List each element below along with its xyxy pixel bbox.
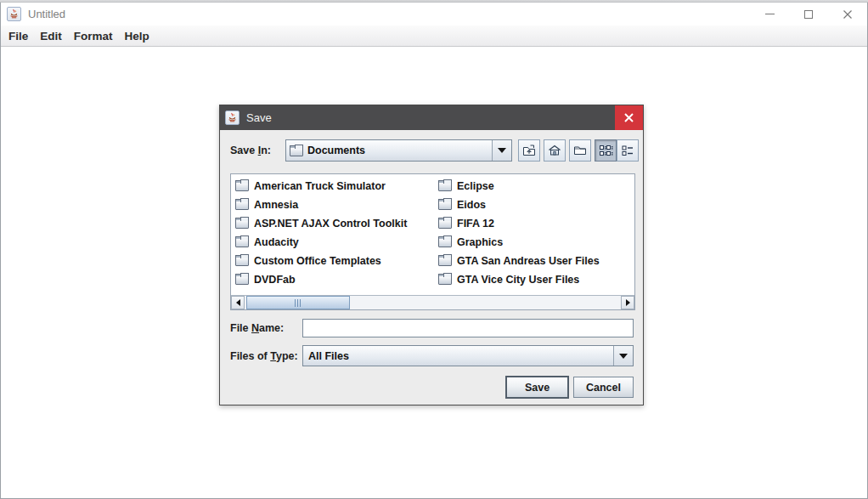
file-item[interactable]: FIFA 12 [437, 214, 600, 233]
chooser-toolbar [518, 139, 639, 162]
folder-icon [235, 238, 249, 247]
maximize-button[interactable] [789, 3, 828, 26]
scroll-right-button[interactable] [621, 296, 634, 309]
window-controls [750, 3, 867, 26]
home-icon [547, 143, 562, 158]
maximize-icon [804, 10, 813, 19]
dialog-titlebar[interactable]: Save [220, 105, 643, 130]
files-of-type-label: Files of Type: [230, 350, 302, 362]
scrollbar-track[interactable] [245, 296, 621, 309]
details-view-icon [620, 143, 635, 158]
files-of-type-dropdown-button[interactable] [613, 346, 633, 366]
menu-help[interactable]: Help [125, 30, 149, 43]
file-item[interactable]: American Truck Simulator [234, 177, 407, 196]
file-item[interactable]: GTA Vice City User Files [437, 270, 600, 289]
menu-format[interactable]: Format [74, 30, 113, 43]
new-folder-icon [572, 143, 588, 158]
chevron-down-icon [619, 354, 628, 359]
minimize-icon [765, 14, 775, 14]
up-one-level-button[interactable] [518, 139, 540, 162]
folder-icon [438, 182, 452, 191]
list-view-button[interactable] [595, 139, 617, 162]
folder-icon [235, 275, 249, 285]
list-view-icon [598, 143, 613, 158]
triangle-right-icon [626, 299, 630, 306]
folder-icon [438, 257, 452, 266]
folder-icon [235, 219, 249, 229]
folder-icon [235, 257, 249, 266]
folder-icon [438, 219, 452, 229]
screen: Untitled File Edit Format Help [0, 0, 868, 499]
window-title: Untitled [28, 8, 65, 20]
save-in-dropdown-button[interactable] [492, 140, 511, 161]
chevron-down-icon [498, 148, 506, 153]
scroll-left-button[interactable] [231, 296, 245, 309]
save-dialog: Save Save In: Documents [219, 105, 644, 405]
file-list-column-1: American Truck Simulator Amnesia ASP.NET… [234, 177, 407, 289]
java-dialog-icon [225, 111, 240, 125]
folder-icon [290, 147, 303, 156]
menu-file[interactable]: File [8, 30, 28, 43]
details-view-button[interactable] [617, 139, 639, 162]
home-button[interactable] [544, 139, 566, 162]
folder-icon [235, 201, 249, 210]
new-folder-button[interactable] [569, 139, 591, 162]
save-button[interactable]: Save [506, 377, 568, 398]
menubar: File Edit Format Help [1, 26, 867, 47]
close-icon [843, 9, 853, 20]
file-item[interactable]: DVDFab [234, 270, 407, 289]
file-item[interactable]: Audacity [234, 233, 407, 252]
triangle-left-icon [236, 299, 240, 306]
file-item[interactable]: Graphics [437, 233, 600, 252]
up-folder-icon [521, 143, 537, 158]
close-button[interactable] [828, 3, 867, 26]
java-app-icon [7, 7, 21, 21]
scrollbar-grip-icon [295, 299, 302, 307]
dialog-close-icon [623, 112, 634, 123]
main-titlebar[interactable]: Untitled [1, 3, 867, 26]
file-list-column-2: Eclipse Eidos FIFA 12 Graphics GTA San A… [437, 177, 600, 289]
file-name-label: File Name: [230, 322, 302, 334]
save-in-combobox[interactable]: Documents [285, 139, 512, 162]
dialog-close-button[interactable] [615, 105, 643, 130]
files-of-type-value: All Files [308, 350, 349, 362]
files-of-type-combobox[interactable]: All Files [302, 345, 634, 366]
file-name-input[interactable] [302, 319, 634, 337]
folder-icon [235, 182, 249, 191]
dialog-title: Save [246, 111, 272, 124]
save-in-value: Documents [307, 145, 365, 156]
file-item[interactable]: Eclipse [437, 177, 600, 196]
horizontal-scrollbar[interactable] [231, 295, 634, 309]
file-list-panel: American Truck Simulator Amnesia ASP.NET… [230, 173, 635, 310]
folder-icon [438, 238, 452, 247]
file-item[interactable]: ASP.NET AJAX Control Toolkit [234, 214, 407, 233]
file-item[interactable]: Eidos [437, 196, 600, 214]
file-item[interactable]: Amnesia [234, 196, 407, 214]
menu-edit[interactable]: Edit [40, 30, 62, 43]
scrollbar-thumb[interactable] [246, 296, 350, 309]
cancel-button[interactable]: Cancel [573, 377, 634, 398]
folder-icon [438, 201, 452, 210]
save-in-label: Save In: [230, 145, 285, 156]
file-item[interactable]: Custom Office Templates [234, 252, 407, 270]
file-item[interactable]: GTA San Andreas User Files [437, 252, 600, 270]
minimize-button[interactable] [750, 3, 789, 26]
folder-icon [438, 275, 452, 285]
dialog-button-row: Save Cancel [230, 377, 634, 398]
dialog-body: Save In: Documents [220, 130, 643, 398]
